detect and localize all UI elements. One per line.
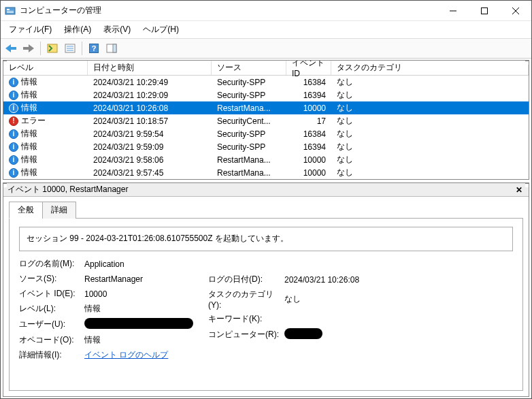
cell-event-id: 16384 bbox=[286, 129, 331, 139]
cell-source: Security-SPP bbox=[212, 142, 286, 152]
pane-grip-icon bbox=[3, 61, 7, 65]
label-event-id: イベント ID(E): bbox=[19, 288, 84, 300]
column-category[interactable]: タスクのカテゴリ bbox=[331, 61, 529, 75]
cell-event-id: 10000 bbox=[286, 103, 331, 113]
info-icon: i bbox=[9, 129, 18, 139]
maximize-button[interactable] bbox=[469, 1, 500, 21]
props-right-column: ログの日付(D):2024/03/21 10:26:08 タスクのカテゴリ(Y)… bbox=[208, 258, 359, 364]
help-button[interactable]: ? bbox=[86, 41, 101, 56]
close-detail-button[interactable]: ✕ bbox=[514, 185, 525, 195]
info-icon: i bbox=[9, 168, 18, 178]
pane-grip-icon bbox=[3, 183, 7, 187]
cell-date: 2024/03/21 9:59:09 bbox=[88, 142, 212, 152]
table-row[interactable]: i情報2024/03/21 9:59:54Security-SPP16384なし bbox=[3, 127, 529, 140]
value-category: なし bbox=[284, 293, 301, 305]
cell-source: RestartMana... bbox=[212, 103, 286, 113]
label-source: ソース(S): bbox=[19, 273, 84, 285]
svg-rect-2 bbox=[7, 11, 14, 12]
cell-category: なし bbox=[331, 141, 529, 153]
info-icon: i bbox=[9, 91, 18, 100]
forward-button[interactable] bbox=[21, 41, 36, 56]
label-computer: コンピューター(R): bbox=[208, 329, 284, 340]
event-properties: ログの名前(M):Application ソース(S):RestartManag… bbox=[19, 258, 513, 364]
svg-text:?: ? bbox=[92, 44, 97, 52]
column-level[interactable]: レベル bbox=[3, 61, 88, 75]
column-source[interactable]: ソース bbox=[212, 61, 286, 75]
info-icon: i bbox=[9, 103, 18, 113]
menu-file[interactable]: ファイル(F) bbox=[3, 22, 57, 37]
event-message: セッション 99 - 2024-03-21T01:26:08.610755500… bbox=[19, 227, 513, 251]
minimize-button[interactable] bbox=[437, 1, 469, 21]
label-keywords: キーワード(K): bbox=[208, 313, 284, 325]
menu-help[interactable]: ヘルプ(H) bbox=[137, 22, 184, 37]
info-icon: i bbox=[9, 142, 18, 152]
table-row[interactable]: i情報2024/03/21 10:29:09Security-SPP16394な… bbox=[3, 89, 529, 101]
label-category: タスクのカテゴリ(Y): bbox=[208, 289, 284, 310]
cell-category: なし bbox=[331, 89, 529, 101]
back-button[interactable] bbox=[3, 41, 18, 56]
detail-header-text: イベント 10000, RestartManager bbox=[7, 184, 128, 195]
properties-button[interactable] bbox=[63, 41, 78, 56]
svg-rect-1 bbox=[7, 9, 10, 10]
title-bar: コンピューターの管理 bbox=[1, 1, 531, 21]
cell-event-id: 17 bbox=[286, 116, 331, 126]
cell-date: 2024/03/21 9:57:45 bbox=[88, 168, 212, 178]
cell-level: 情報 bbox=[21, 141, 37, 153]
cell-date: 2024/03/21 10:29:49 bbox=[88, 78, 212, 87]
show-hide-tree-button[interactable] bbox=[45, 41, 60, 56]
event-log-help-link[interactable]: イベント ログのヘルプ bbox=[84, 349, 168, 361]
cell-level: 情報 bbox=[21, 89, 37, 101]
menu-view[interactable]: 表示(V) bbox=[98, 22, 136, 37]
menu-bar: ファイル(F) 操作(A) 表示(V) ヘルプ(H) bbox=[1, 21, 531, 38]
table-row[interactable]: !エラー2024/03/21 10:18:57SecurityCent...17… bbox=[3, 114, 529, 127]
label-level: レベル(L): bbox=[19, 303, 84, 315]
menu-action[interactable]: 操作(A) bbox=[59, 22, 97, 37]
value-logged: 2024/03/21 10:26:08 bbox=[284, 275, 359, 285]
svg-rect-3 bbox=[7, 12, 14, 13]
table-row[interactable]: i情報2024/03/21 10:26:08RestartMana...1000… bbox=[3, 101, 529, 114]
cell-category: なし bbox=[331, 102, 529, 114]
table-row[interactable]: i情報2024/03/21 9:58:06RestartMana...10000… bbox=[3, 153, 529, 166]
cell-category: なし bbox=[331, 154, 529, 165]
value-opcode: 情報 bbox=[84, 334, 101, 346]
app-icon bbox=[5, 5, 16, 16]
column-date[interactable]: 日付と時刻 bbox=[88, 61, 212, 75]
cell-date: 2024/03/21 10:18:57 bbox=[88, 116, 212, 126]
close-button[interactable] bbox=[500, 1, 531, 21]
cell-level: 情報 bbox=[21, 154, 37, 165]
cell-source: SecurityCent... bbox=[212, 116, 286, 126]
cell-category: なし bbox=[331, 76, 529, 88]
toolbar: ? bbox=[1, 38, 531, 59]
table-row[interactable]: i情報2024/03/21 10:29:49Security-SPP16384な… bbox=[3, 76, 529, 89]
cell-source: Security-SPP bbox=[212, 91, 286, 100]
value-source: RestartManager bbox=[84, 274, 143, 284]
table-row[interactable]: i情報2024/03/21 9:57:45RestartMana...10000… bbox=[3, 166, 529, 179]
table-row[interactable]: i情報2024/03/21 9:59:09Security-SPP16394なし bbox=[3, 140, 529, 153]
cell-category: なし bbox=[331, 128, 529, 140]
toolbar-separator bbox=[40, 42, 41, 55]
detail-content: セッション 99 - 2024-03-21T01:26:08.610755500… bbox=[9, 219, 523, 391]
cell-date: 2024/03/21 10:26:08 bbox=[88, 103, 212, 113]
cell-source: RestartMana... bbox=[212, 155, 286, 165]
svg-rect-16 bbox=[113, 44, 116, 52]
tab-general[interactable]: 全般 bbox=[9, 202, 43, 219]
list-header: レベル 日付と時刻 ソース イベント ID タスクのカテゴリ bbox=[3, 61, 529, 76]
event-list-pane: レベル 日付と時刻 ソース イベント ID タスクのカテゴリ i情報2024/0… bbox=[3, 60, 529, 180]
cell-level: 情報 bbox=[21, 76, 37, 88]
redacted-icon bbox=[84, 318, 193, 329]
pane-grip-icon bbox=[525, 61, 529, 65]
cell-source: RestartMana... bbox=[212, 168, 286, 178]
action-pane-button[interactable] bbox=[104, 41, 119, 56]
detail-body: 全般 詳細 セッション 99 - 2024-03-21T01:26:08.610… bbox=[3, 197, 529, 396]
cell-event-id: 16394 bbox=[286, 91, 331, 100]
value-log-name: Application bbox=[84, 259, 124, 269]
cell-event-id: 16384 bbox=[286, 78, 331, 87]
cell-date: 2024/03/21 10:29:09 bbox=[88, 91, 212, 100]
cell-date: 2024/03/21 9:59:54 bbox=[88, 129, 212, 139]
column-event-id[interactable]: イベント ID bbox=[286, 61, 331, 75]
cell-event-id: 10000 bbox=[286, 168, 331, 178]
tab-details[interactable]: 詳細 bbox=[42, 202, 76, 219]
cell-level: 情報 bbox=[21, 128, 37, 140]
value-event-id: 10000 bbox=[84, 289, 107, 299]
toolbar-separator bbox=[82, 42, 82, 55]
